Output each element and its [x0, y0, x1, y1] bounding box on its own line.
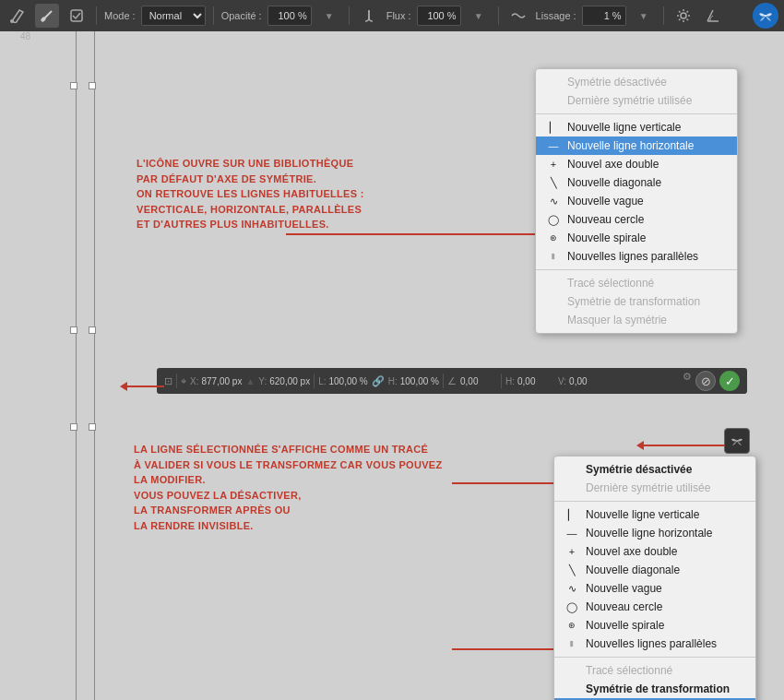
canvas-area: L'icône ouvre sur une bibliothèque par d… — [0, 31, 784, 700]
transform-icon[interactable]: ⊡ — [164, 375, 172, 387]
lissage-input[interactable] — [582, 6, 626, 26]
menu-icon-cercle-1: ◯ — [547, 214, 560, 226]
st-sep-1 — [314, 374, 315, 388]
menu-item-double-1[interactable]: + Nouvel axe double — [536, 155, 737, 173]
canvas-vertical-line-1 — [76, 31, 77, 700]
position-icon[interactable]: ⌖ — [181, 375, 186, 387]
separator4 — [498, 6, 499, 25]
menu-icon-diag-2: ╲ — [565, 564, 578, 576]
h2-label: H: — [505, 376, 515, 386]
checkbox-icon[interactable] — [65, 4, 89, 28]
menu-icon-double-2: + — [565, 546, 578, 557]
menu-label-diagonale-1: Nouvelle diagonale — [567, 176, 661, 189]
menu-item-double-2[interactable]: + Nouvel axe double — [554, 542, 755, 561]
menu-label-masquer-1: Masquer la symétrie — [567, 314, 667, 326]
menu-item-vague-1[interactable]: ∿ Nouvelle vague — [536, 192, 737, 210]
svg-point-0 — [10, 19, 14, 23]
menu-label-derniere-2: Dernière symétrie utilisée — [586, 481, 710, 494]
butterfly-button[interactable] — [753, 3, 778, 29]
angle-icon-st: ∠ — [447, 375, 457, 387]
menu-item-horizontale-2[interactable]: — Nouvelle ligne horizontale — [554, 524, 755, 542]
v-label: V: — [558, 376, 566, 386]
menu-icon-spirale-2: ⊛ — [565, 621, 578, 630]
menu-label-paralleles-1: Nouvelles lignes parallèles — [567, 250, 698, 263]
menu-icon-double-1: + — [547, 159, 560, 170]
x-field: X: 877,00 px — [190, 376, 242, 386]
opacity-input[interactable] — [267, 6, 312, 26]
menu-icon-par-1: ⦀ — [547, 252, 560, 262]
flux-arrow-icon[interactable]: ▼ — [467, 4, 491, 28]
flux-input[interactable] — [417, 6, 461, 26]
link-icon[interactable]: 🔗 — [372, 375, 385, 387]
finger-icon[interactable] — [357, 4, 381, 28]
st-sep-2 — [443, 374, 444, 388]
cancel-button[interactable]: ⊘ — [695, 371, 716, 391]
svg-point-4 — [765, 15, 766, 17]
menu-item-verticale-2[interactable]: ▏ Nouvelle ligne verticale — [554, 505, 755, 524]
brush-icon[interactable] — [6, 4, 30, 28]
menu-item-masquer-1[interactable]: Masquer la symétrie — [536, 311, 737, 329]
handle-bl-1 — [70, 423, 77, 431]
menu-item-cercle-2[interactable]: ◯ Nouveau cercle — [554, 598, 755, 616]
options-icon[interactable]: ⚙ — [683, 371, 692, 391]
y-field: Y: 620,00 px — [258, 376, 310, 386]
menu-item-verticale-1[interactable]: ▏ Nouvelle ligne verticale — [536, 118, 737, 136]
menu-icon-horiz-2: — — [565, 528, 578, 539]
settings-icon[interactable] — [671, 4, 695, 28]
menu-icon-vert-2: ▏ — [565, 509, 578, 521]
menu-item-paralleles-1[interactable]: ⦀ Nouvelles lignes parallèles — [536, 247, 737, 266]
menu-label-vague-2: Nouvelle vague — [586, 582, 662, 595]
dropdown-menu-2[interactable]: Symétrie désactivée Dernière symétrie ut… — [553, 456, 756, 700]
menu-label-derniere-1: Dernière symétrie utilisée — [567, 94, 692, 107]
arrow-1 — [286, 230, 542, 239]
dropdown-menu-1[interactable]: Symétrie désactivée Dernière symétrie ut… — [535, 68, 738, 334]
separator3 — [349, 6, 350, 25]
st-sep-0 — [176, 374, 177, 388]
menu-item-diagonale-2[interactable]: ╲ Nouvelle diagonale — [554, 561, 755, 579]
arrow-toolbar — [120, 382, 164, 391]
st-sep-3 — [501, 374, 502, 388]
menu-item-transformation-1[interactable]: Symétrie de transformation — [536, 292, 737, 311]
menu-label-trace-1: Tracé sélectionné — [567, 277, 654, 290]
menu-icon-vert-1: ▏ — [547, 122, 560, 134]
arrow-butterfly-2 — [636, 441, 725, 450]
handle-br-1 — [89, 423, 96, 431]
opacity-arrow-icon[interactable]: ▼ — [317, 4, 341, 28]
angle-icon[interactable] — [701, 4, 725, 28]
h2-field: H: 0,00 — [505, 376, 554, 386]
svg-point-3 — [681, 13, 686, 18]
second-toolbar[interactable]: ⊡ ⌖ X: 877,00 px ▲ Y: 620,00 px L: 100,0… — [157, 368, 747, 394]
menu-label-paralleles-2: Nouvelles lignes parallèles — [586, 637, 717, 650]
menu-item-transformation-2[interactable]: Symétrie de transformation — [554, 680, 755, 698]
menu-item-vague-2[interactable]: ∿ Nouvelle vague — [554, 579, 755, 598]
confirm-button[interactable]: ✓ — [719, 371, 740, 391]
mode-select[interactable]: Normal — [141, 6, 206, 26]
menu-item-spirale-1[interactable]: ⊛ Nouvelle spirale — [536, 229, 737, 247]
annotation-2: La ligne sélectionnée s'affiche comme un… — [134, 442, 442, 533]
svg-rect-2 — [71, 10, 82, 21]
wave-icon[interactable] — [506, 4, 530, 28]
lissage-arrow-icon[interactable]: ▼ — [632, 4, 656, 28]
smudge-icon[interactable] — [35, 4, 59, 28]
menu-item-trace-1[interactable]: Tracé sélectionné — [536, 274, 737, 292]
menu-item-spirale-2[interactable]: ⊛ Nouvelle spirale — [554, 616, 755, 635]
menu-item-symetrie-desactivee-2[interactable]: Symétrie désactivée — [554, 460, 755, 479]
menu-item-cercle-1[interactable]: ◯ Nouveau cercle — [536, 210, 737, 229]
h-field: H: 100,00 % — [388, 376, 439, 386]
menu-item-diagonale-1[interactable]: ╲ Nouvelle diagonale — [536, 173, 737, 192]
menu-label-diagonale-2: Nouvelle diagonale — [586, 564, 680, 576]
h2-value: 0,00 — [517, 376, 554, 386]
butterfly-button-2[interactable] — [724, 428, 750, 454]
menu-label-horizontale-1: Nouvelle ligne horizontale — [567, 139, 694, 152]
menu-label-symetrie-desactivee-1: Symétrie désactivée — [567, 76, 667, 89]
x-label: X: — [190, 376, 198, 386]
menu-item-horizontale-1[interactable]: — Nouvelle ligne horizontale — [536, 136, 737, 155]
mode-label: Mode : — [104, 10, 136, 21]
menu-item-symetrie-desactivee-1[interactable]: Symétrie désactivée — [536, 73, 737, 91]
menu-item-trace-2[interactable]: Tracé sélectionné — [554, 661, 755, 680]
main-toolbar[interactable]: Mode : Normal Opacité : ▼ Flux : ▼ Lissa… — [0, 0, 784, 31]
menu-item-derniere-1[interactable]: Dernière symétrie utilisée — [536, 91, 737, 110]
menu-item-derniere-2[interactable]: Dernière symétrie utilisée — [554, 479, 755, 497]
menu-label-verticale-2: Nouvelle ligne verticale — [586, 508, 699, 521]
menu-item-paralleles-2[interactable]: ⦀ Nouvelles lignes parallèles — [554, 635, 755, 653]
